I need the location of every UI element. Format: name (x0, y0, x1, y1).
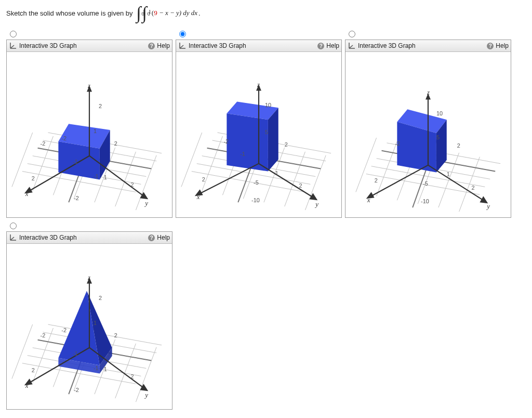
svg-text:-10: -10 (251, 197, 260, 203)
panel-header: Interactive 3D Graph ? Help (7, 40, 172, 52)
svg-text:-1: -1 (94, 173, 99, 179)
svg-text:2: 2 (131, 181, 134, 188)
prompt-period: . (198, 9, 201, 17)
help-icon[interactable]: ? (148, 234, 155, 241)
help-label[interactable]: Help (157, 42, 170, 49)
question-prompt: Sketch the solid whose volume is given b… (6, 4, 526, 22)
svg-line-9 (12, 133, 33, 187)
graph-canvas-d[interactable]: z x y 2 1 -1 2 -2 1 -1 -2 2 -2 2 (7, 244, 172, 409)
graph-panel-d: Interactive 3D Graph ? Help (6, 231, 172, 410)
radio-option-d[interactable] (10, 223, 17, 229)
svg-line-68 (259, 164, 314, 199)
svg-text:2: 2 (299, 182, 302, 189)
svg-text:-2: -2 (223, 138, 229, 145)
svg-line-53 (202, 136, 223, 191)
svg-text:2: 2 (285, 141, 288, 148)
help-icon[interactable]: ? (487, 43, 494, 49)
help-icon[interactable]: ? (317, 43, 324, 49)
svg-text:5: 5 (265, 129, 268, 135)
double-integral: ∫ 1 0 ∫ 1 0 (9 − x − y) dy dx (136, 4, 197, 22)
svg-text:1: 1 (447, 171, 450, 177)
svg-text:-2: -2 (61, 327, 66, 333)
radio-option-a[interactable] (10, 31, 17, 37)
svg-text:2: 2 (457, 142, 460, 149)
axes-icon (348, 42, 356, 50)
svg-text:-1: -1 (73, 350, 78, 357)
option-b: Interactive 3D Graph ? Help (176, 29, 343, 218)
svg-text:1: 1 (275, 171, 278, 177)
solid-b (227, 101, 278, 171)
svg-text:-2: -2 (41, 332, 46, 338)
svg-text:y: y (486, 202, 490, 210)
svg-text:-2: -2 (74, 195, 79, 201)
svg-line-106 (428, 165, 485, 202)
option-d: Interactive 3D Graph ? Help (6, 221, 174, 410)
svg-text:x: x (25, 190, 29, 198)
panel-title: Interactive 3D Graph (19, 234, 77, 241)
svg-text:2: 2 (131, 373, 134, 380)
help-label[interactable]: Help (326, 42, 339, 49)
svg-text:1: 1 (104, 366, 107, 372)
svg-text:2: 2 (114, 140, 117, 147)
svg-text:y: y (144, 199, 148, 207)
prompt-leading: Sketch the solid whose volume is given b… (6, 9, 135, 17)
svg-text:x: x (25, 382, 29, 389)
svg-text:10: 10 (265, 102, 271, 108)
radio-option-c[interactable] (349, 31, 355, 37)
svg-text:x: x (367, 196, 370, 204)
options-row-1: Interactive 3D Graph ? Help (6, 29, 526, 218)
svg-text:z: z (427, 88, 430, 96)
panel-header: Interactive 3D Graph ? Help (176, 40, 341, 52)
axes-icon (178, 42, 187, 50)
svg-text:z: z (87, 82, 90, 89)
outer-integral-icon: ∫ 1 0 (136, 4, 141, 22)
svg-line-91 (356, 138, 377, 192)
svg-marker-62 (227, 113, 268, 171)
svg-line-52 (181, 133, 202, 187)
svg-text:z: z (87, 273, 90, 281)
svg-line-2 (10, 45, 14, 48)
svg-line-85 (349, 45, 353, 48)
svg-text:y: y (144, 391, 148, 399)
axes-icon (9, 42, 17, 50)
svg-line-14 (115, 152, 136, 206)
svg-line-66 (198, 164, 259, 195)
svg-marker-69 (309, 193, 317, 200)
help-label[interactable]: Help (157, 234, 170, 241)
svg-text:y: y (314, 200, 318, 208)
svg-text:2: 2 (471, 185, 474, 191)
svg-text:1: 1 (94, 128, 97, 134)
graph-panel-a: Interactive 3D Graph ? Help (6, 40, 172, 218)
svg-text:-2: -2 (61, 135, 66, 141)
svg-text:2: 2 (114, 332, 117, 338)
graph-canvas-c[interactable]: z x y 10 5 -5 -10 2 1 2 -2 2 (345, 52, 511, 217)
svg-text:-2: -2 (74, 387, 79, 393)
svg-text:5: 5 (436, 134, 440, 140)
option-a: Interactive 3D Graph ? Help (6, 29, 174, 218)
graph-canvas-a[interactable]: z x y 2 1 -1 2 -2 1 -1 -2 2 -2 2 -2 2 (7, 52, 172, 217)
help-icon[interactable]: ? (148, 43, 155, 49)
help-label[interactable]: Help (496, 42, 509, 49)
svg-line-45 (180, 45, 183, 48)
svg-text:-5: -5 (423, 180, 428, 187)
solid-a (58, 124, 110, 179)
panel-title: Interactive 3D Graph (19, 42, 77, 49)
integrand-text: (9 − x − y) dy dx (152, 9, 197, 17)
graph-canvas-b[interactable]: z x y 10 5 -5 -10 2 1 -1 -2 2 2 (176, 52, 341, 217)
svg-text:2: 2 (32, 367, 35, 373)
panel-header: Interactive 3D Graph ? Help (345, 40, 511, 52)
svg-text:-1: -1 (94, 365, 99, 371)
axes-icon (9, 233, 17, 242)
svg-line-104 (369, 165, 428, 198)
svg-text:10: 10 (436, 110, 443, 116)
radio-option-b[interactable] (179, 31, 186, 37)
panel-title: Interactive 3D Graph (189, 42, 246, 49)
svg-text:z: z (257, 81, 260, 88)
svg-text:-1: -1 (73, 159, 78, 165)
svg-text:1: 1 (94, 320, 97, 326)
graph-panel-b: Interactive 3D Graph ? Help (176, 40, 342, 218)
svg-text:-10: -10 (421, 198, 429, 204)
option-c: Interactive 3D Graph ? Help (345, 29, 512, 218)
svg-line-129 (12, 324, 33, 378)
graph-panel-c: Interactive 3D Graph ? Help (345, 40, 511, 218)
